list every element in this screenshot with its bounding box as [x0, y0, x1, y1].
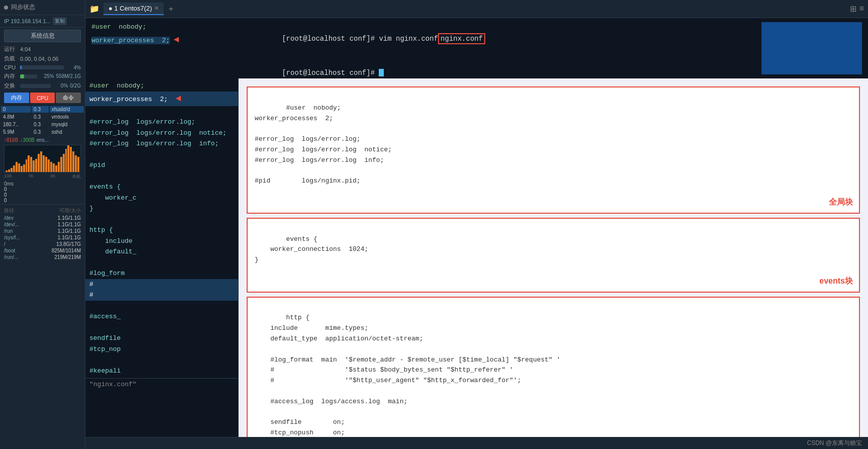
lp-line: #error_log logs/error.log;: [85, 117, 238, 128]
chart-bar: [55, 165, 57, 172]
http-content: http { include mime.types; default_type …: [255, 314, 561, 437]
tab-add-button[interactable]: +: [166, 5, 176, 14]
folder-icon: 📁: [89, 4, 99, 14]
chart-labels: 10K 7K 3K 本机: [0, 173, 85, 180]
process-tabs: 内存 CPU 命令: [4, 93, 81, 103]
process-table: 0 0.3 xfsaild/d 4.8M 0.3 vmtools 180.7..…: [0, 105, 85, 136]
tab-label: ● 1 Centos7(2): [108, 5, 152, 12]
lp-line: [85, 322, 238, 333]
chart-bar: [50, 162, 52, 172]
disk-path: /dev: [4, 215, 44, 221]
mem-bar-bg: [20, 74, 37, 78]
nginx-http-block: http { include mime.types; default_type …: [247, 297, 860, 437]
tab-centos7[interactable]: ● 1 Centos7(2) ✕: [103, 3, 164, 15]
sync-status-bar: 同步状态: [0, 0, 85, 15]
grid-icon[interactable]: ⊞: [850, 4, 856, 14]
disk-row: /sys/f... 1.1G/1.1G: [0, 234, 85, 241]
chart-bar: [33, 160, 35, 172]
cpu-bar-fill: [20, 65, 22, 69]
chart-bar: [40, 151, 42, 172]
latency-section: 0ms 0 0 0: [0, 180, 85, 204]
copy-button[interactable]: 复制: [53, 17, 67, 25]
terminal-area[interactable]: #user nobody; worker_processes 2; ◄ [roo…: [85, 18, 868, 78]
chart-bar: [67, 145, 69, 172]
term-line: worker_processes 2; ◄: [91, 33, 242, 47]
disk-size: 1.1G/1.1G: [46, 228, 81, 234]
lat-val3: 0: [4, 198, 7, 203]
left-terminal-panel: #user nobody; worker_processes 2; ◄ #err…: [85, 78, 239, 437]
cpu-bar-bg: [20, 65, 64, 69]
disk-row: / 13.8G/17G: [0, 241, 85, 247]
swap-bar-bg: [20, 84, 51, 88]
table-row: 5.9M 0.3 sshd: [1, 129, 84, 135]
disk-path: /boot: [4, 248, 44, 253]
lp-line: events {: [85, 182, 238, 193]
table-row: 180.7.. 0.3 mysqld: [1, 121, 84, 128]
blue-area: [762, 22, 862, 74]
lp-line: #access_: [85, 311, 238, 322]
lp-line: #keepali: [85, 366, 238, 377]
terminal-right-panel[interactable]: [root@localhost conf]# vim nginx.confngi…: [242, 22, 762, 74]
proc-name: xfsaild/d: [50, 106, 84, 113]
chart-bar: [38, 154, 40, 172]
chart-bar: [35, 159, 37, 172]
network-row: ↑816B ↓300B ens...: [0, 136, 85, 144]
load-value: 0.00, 0.04, 0.06: [20, 56, 58, 62]
chart-bar: [63, 154, 65, 172]
chart-bar: [53, 163, 55, 172]
tab-cpu-button[interactable]: CPU: [30, 93, 55, 103]
cursor: [379, 69, 384, 76]
lp-line: }: [85, 203, 238, 214]
disk-size: 825M/1014M: [46, 248, 81, 253]
chart-label-3k: 3K: [50, 173, 56, 180]
chart-bar: [43, 155, 45, 172]
chart-bar: [48, 159, 50, 172]
chart-bar: [11, 168, 13, 172]
tab-close-icon[interactable]: ✕: [154, 5, 159, 12]
top-bar-right: ⊞ ≡: [850, 4, 864, 14]
load-label: 负载: [4, 55, 18, 62]
tab-cmd-button[interactable]: 命令: [56, 93, 81, 103]
table-row: 4.8M 0.3 vmtools: [1, 114, 84, 120]
proc-cpu: 0.3: [32, 121, 49, 128]
chart-bar: [70, 147, 72, 172]
proc-cpu: 0.3: [32, 129, 49, 135]
chart-bar: [26, 159, 28, 172]
menu-icon[interactable]: ≡: [859, 4, 864, 14]
term-cmd1: [root@localhost conf]# vim nginx.confngi…: [248, 22, 762, 56]
chart-bar: [8, 169, 10, 172]
mem-label: 内存: [4, 72, 18, 80]
disk-row: /dev/... 1.1G/1.1G: [0, 221, 85, 228]
proc-pid: 180.7..: [1, 121, 31, 128]
disk-path: /sys/f...: [4, 235, 44, 240]
swap-detail: 0/2G: [70, 83, 81, 88]
disk-row: /run 1.1G/1.1G: [0, 228, 85, 234]
chart-label-7k: 7K: [28, 173, 34, 180]
lp-line: [85, 257, 238, 268]
chart-bar: [28, 155, 30, 172]
chart-bar: [16, 162, 18, 172]
swap-row: 交换 0% 0/2G: [0, 81, 85, 91]
mem-detail: 558M/2.1G: [56, 73, 81, 79]
sysinfo-button[interactable]: 系统信息: [4, 30, 81, 42]
disk-size: 1.1G/1.1G: [46, 235, 81, 240]
chart-bar: [72, 151, 74, 172]
chart-right-label: 本机: [72, 173, 81, 180]
lat-vals: 0: [4, 187, 81, 192]
lp-line: [85, 149, 238, 160]
sync-status-label: 同步状态: [11, 3, 35, 12]
lp-line: sendfile: [85, 333, 238, 344]
cpu-label: CPU: [4, 64, 18, 70]
ip-row: IP 192.168.154.1... 复制: [0, 15, 85, 28]
lp-line: #tcp_nop: [85, 344, 238, 355]
disk-path: /run: [4, 228, 44, 234]
tab-mem-button[interactable]: 内存: [4, 93, 29, 103]
disk-path-header: 路径: [4, 207, 44, 214]
nginx-annotation-panel: #user nobody; worker_processes 2; #error…: [239, 78, 868, 437]
net-iface: ens...: [37, 137, 49, 143]
nginx-global-block: #user nobody; worker_processes 2; #error…: [247, 86, 860, 214]
sidebar: 同步状态 IP 192.168.154.1... 复制 系统信息 运行 4:04…: [0, 0, 85, 449]
global-line: #user nobody; worker_processes 2; #error…: [255, 104, 392, 185]
chart-bar: [23, 164, 25, 172]
vim-cmd-highlight: nginx.conf: [438, 33, 485, 44]
